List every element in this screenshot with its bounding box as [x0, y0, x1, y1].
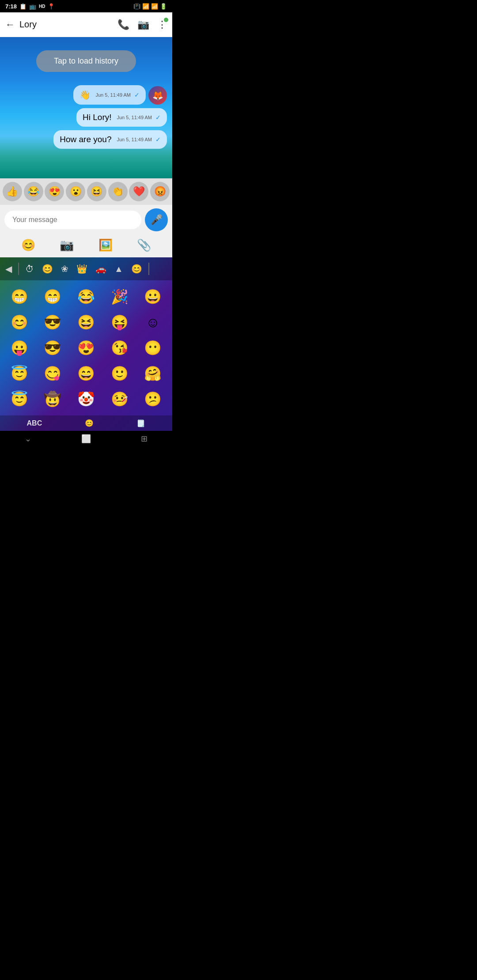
bottom-toolbar: 😊 📷 🖼️ 📎 — [0, 235, 172, 257]
location-icon: 📍 — [48, 3, 55, 10]
message-read-check: ✓ — [134, 91, 140, 98]
table-row: 👋 Jun 5, 11:49 AM ✓ 🦊 — [5, 85, 167, 105]
screen-icon: 📺 — [29, 3, 36, 10]
status-bar: 7:18 📋 📺 HD 📍 📳 📶 📶 🔋 — [0, 0, 172, 12]
category-emoticons[interactable]: 😊 — [129, 261, 145, 277]
emoji-cell[interactable]: 🤠 — [37, 387, 69, 411]
avatar-emoji: 🦊 — [152, 90, 163, 101]
message-text: How are you? — [60, 135, 111, 144]
quick-emoji-laugh[interactable]: 😂 — [24, 182, 43, 201]
phone-call-button[interactable]: 📞 — [117, 19, 129, 30]
emoji-switch-button[interactable]: 😊 — [85, 419, 94, 427]
category-travel[interactable]: 🚗 — [93, 261, 109, 277]
chat-area: Tap to load history 👋 Jun 5, 11:49 AM ✓ … — [0, 37, 172, 178]
emoji-cell[interactable]: 😛 — [4, 336, 35, 360]
quick-emoji-thumbsup[interactable]: 👍 — [3, 182, 22, 201]
messages-container: 👋 Jun 5, 11:49 AM ✓ 🦊 Hi Lory! Jun 5, 11… — [5, 85, 167, 149]
emoji-cell[interactable]: 😘 — [104, 336, 136, 360]
nav-recent-icon[interactable]: ⊞ — [141, 434, 148, 444]
sticker-switch-button[interactable]: 🗒️ — [136, 419, 145, 427]
keyboard-back-button[interactable]: ◀ — [3, 261, 15, 277]
table-row: Hi Lory! Jun 5, 11:49 AM ✓ — [5, 108, 167, 127]
message-bubble: Hi Lory! Jun 5, 11:49 AM ✓ — [76, 108, 167, 127]
message-timestamp: Jun 5, 11:49 AM — [117, 115, 152, 120]
emoji-cell[interactable]: 😍 — [70, 336, 102, 360]
category-nature[interactable]: ❀ — [58, 261, 71, 277]
emoji-cell[interactable]: 😎 — [37, 310, 69, 334]
emoji-cell[interactable]: 😀 — [137, 285, 169, 309]
abc-row: ABC 😊 🗒️ — [0, 415, 172, 431]
divider — [18, 263, 19, 275]
message-timestamp: Jun 5, 11:49 AM — [117, 137, 152, 142]
category-crown[interactable]: 👑 — [74, 261, 90, 277]
emoji-cell[interactable]: 😇 — [4, 387, 35, 411]
quick-emoji-heart-eyes[interactable]: 😍 — [45, 182, 64, 201]
emoji-cell[interactable]: 😇 — [4, 362, 35, 385]
emoji-cell[interactable]: 😝 — [104, 310, 136, 334]
nav-back-icon[interactable]: ⌄ — [25, 434, 31, 444]
emoji-cell[interactable]: 🤒 — [104, 387, 136, 411]
message-read-check: ✓ — [155, 114, 161, 121]
status-left: 7:18 📋 📺 HD 📍 — [5, 3, 55, 10]
emoji-keyboard-header: ◀ ⏱ 😊 ❀ 👑 🚗 ▲ 😊 — [0, 257, 172, 280]
emoji-quick-bar: 👍 😂 😍 😮 😆 👏 ❤️ 😡 — [0, 178, 172, 205]
quick-emoji-surprised[interactable]: 😮 — [66, 182, 85, 201]
avatar: 🦊 — [148, 86, 167, 105]
wifi-icon: 📶 — [142, 3, 149, 10]
hd-icon: HD — [39, 4, 45, 9]
category-smiley[interactable]: 😊 — [39, 261, 56, 277]
back-button[interactable]: ← — [5, 19, 15, 30]
emoji-cell[interactable]: 🙂 — [104, 362, 136, 385]
emoji-cell[interactable]: ☺️ — [137, 310, 169, 334]
status-right: 📳 📶 📶 🔋 — [133, 3, 167, 10]
contact-name: Lory — [19, 19, 113, 30]
quick-emoji-clap[interactable]: 👏 — [108, 182, 128, 201]
emoji-keyboard: ◀ ⏱ 😊 ❀ 👑 🚗 ▲ 😊 😁 😁 😂 🎉 😀 😊 😎 😆 😝 ☺️ 😛 😎… — [0, 257, 172, 431]
emoji-grid: 😁 😁 😂 🎉 😀 😊 😎 😆 😝 ☺️ 😛 😎 😍 😘 😶 😇 😋 😄 🙂 🤗… — [0, 280, 172, 415]
emoji-cell[interactable]: 🎉 — [104, 285, 136, 309]
quick-emoji-angry[interactable]: 😡 — [150, 182, 170, 201]
category-recent[interactable]: ⏱ — [23, 261, 37, 277]
message-timestamp: Jun 5, 11:49 AM — [96, 92, 131, 98]
emoji-cell[interactable]: 😁 — [4, 285, 35, 309]
category-symbols[interactable]: ▲ — [112, 261, 126, 277]
table-row: How are you? Jun 5, 11:49 AM ✓ — [5, 130, 167, 149]
divider — [148, 263, 149, 275]
load-history-button[interactable]: Tap to load history — [36, 50, 136, 72]
emoji-cell[interactable]: 😄 — [70, 362, 102, 385]
mic-button[interactable]: 🎤 — [145, 208, 168, 231]
emoji-cell[interactable]: 😆 — [70, 310, 102, 334]
input-area: 🎤 — [0, 205, 172, 235]
clipboard-icon: 📋 — [19, 3, 26, 10]
microphone-icon: 🎤 — [151, 214, 163, 226]
emoji-cell[interactable]: 😂 — [70, 285, 102, 309]
gallery-button[interactable]: 🖼️ — [98, 238, 113, 252]
system-nav-bar: ⌄ ⬜ ⊞ — [0, 431, 172, 447]
emoji-cell[interactable]: 😊 — [4, 310, 35, 334]
message-bubble: How are you? Jun 5, 11:49 AM ✓ — [53, 130, 167, 149]
nav-bar: ← Lory 📞 📷 ⋮ — [0, 12, 172, 37]
quick-emoji-heart[interactable]: ❤️ — [129, 182, 148, 201]
emoji-picker-button[interactable]: 😊 — [21, 238, 35, 252]
message-text: Hi Lory! — [83, 113, 111, 122]
nav-home-icon[interactable]: ⬜ — [81, 434, 91, 444]
video-call-button[interactable]: 📷 — [137, 19, 149, 30]
abc-switch-button[interactable]: ABC — [27, 419, 42, 427]
battery-icon: 🔋 — [160, 3, 167, 10]
online-indicator — [164, 18, 168, 22]
message-input[interactable] — [4, 211, 141, 229]
emoji-cell[interactable]: 😕 — [137, 387, 169, 411]
camera-button[interactable]: 📷 — [60, 238, 74, 252]
emoji-cell[interactable]: 😋 — [37, 362, 69, 385]
attach-button[interactable]: 📎 — [137, 238, 151, 252]
emoji-cell[interactable]: 🤗 — [137, 362, 169, 385]
emoji-cell[interactable]: 😎 — [37, 336, 69, 360]
emoji-cell[interactable]: 😁 — [37, 285, 69, 309]
more-options-button[interactable]: ⋮ — [157, 19, 167, 30]
message-read-check: ✓ — [155, 136, 161, 143]
time-display: 7:18 — [5, 3, 17, 10]
quick-emoji-grin[interactable]: 😆 — [87, 182, 106, 201]
emoji-cell[interactable]: 😶 — [137, 336, 169, 360]
emoji-cell[interactable]: 🤡 — [70, 387, 102, 411]
vibrate-icon: 📳 — [133, 3, 140, 10]
